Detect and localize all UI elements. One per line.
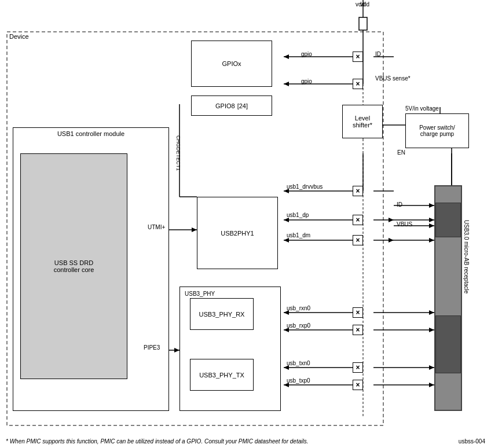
diagram: vdd Device USB1 controller module USB SS… bbox=[0, 0, 491, 448]
svg-marker-29 bbox=[284, 238, 289, 243]
txp0-cross-box: × bbox=[353, 380, 363, 390]
receptacle-label: USB3.0 micro-AB receptacle bbox=[463, 220, 470, 336]
rxp0-cross-box: × bbox=[353, 325, 363, 335]
svg-rect-2 bbox=[359, 17, 367, 30]
gpio8-num: [24] bbox=[237, 102, 248, 109]
footnote: * When PMIC supports this function, PMIC… bbox=[6, 438, 308, 445]
svg-marker-37 bbox=[429, 218, 434, 222]
usb1-module-label: USB1 controller module bbox=[57, 130, 124, 137]
power-switch-box: Power switch/ charge pump bbox=[405, 113, 469, 148]
svg-marker-47 bbox=[429, 328, 434, 332]
svg-marker-43 bbox=[429, 310, 434, 315]
usb1-dp-label: usb1_dp bbox=[287, 212, 309, 218]
usb3-phy-rx-box: USB3_PHY_RX bbox=[190, 298, 254, 330]
id-cross-box: × bbox=[353, 52, 363, 62]
svg-marker-33 bbox=[429, 203, 434, 208]
usb1-drvvbus-label: usb1_drvvbus bbox=[287, 183, 323, 190]
chgdetect1-label: CHGDETECT1 bbox=[175, 113, 181, 194]
usb3-phy-rx-label: USB3_PHY_RX bbox=[199, 311, 245, 318]
dm-cross-box: × bbox=[353, 235, 363, 245]
svg-marker-51 bbox=[429, 365, 434, 370]
svg-marker-9 bbox=[284, 82, 289, 86]
id-label-top: ID bbox=[375, 51, 381, 57]
svg-marker-27 bbox=[389, 218, 394, 222]
usb2phy1-label: USB2PHY1 bbox=[221, 230, 254, 237]
usb-rxp0-label: usb_rxp0 bbox=[287, 322, 310, 329]
svg-marker-55 bbox=[429, 383, 434, 387]
vbus-label-right: VBUS bbox=[397, 221, 412, 227]
svg-marker-39 bbox=[429, 238, 434, 243]
gpiox-label: GPIOx bbox=[222, 60, 241, 67]
usb-rxn0-label: usb_rxn0 bbox=[287, 305, 310, 311]
gpio-label-1: gpio bbox=[301, 51, 312, 57]
usb-txp0-label: usb_txp0 bbox=[287, 377, 310, 384]
drvvbus-cross-box: × bbox=[353, 186, 363, 196]
connector-bottom-port bbox=[435, 315, 461, 373]
connector-top-port bbox=[435, 203, 461, 237]
level-shifter-box: Level shifter* bbox=[342, 105, 383, 138]
pipe3-label: PIPE3 bbox=[144, 344, 160, 351]
gpio8-box: GPIO8 [24] bbox=[191, 96, 272, 116]
diagram-id: usbss-004 bbox=[459, 438, 485, 445]
usb-ss-drd-label: USB SS DRD controller core bbox=[54, 259, 94, 273]
usb3-phy-tx-label: USB3_PHY_TX bbox=[199, 372, 244, 379]
id-label-right: ID bbox=[397, 201, 402, 208]
en-label: EN bbox=[397, 149, 405, 156]
svg-marker-58 bbox=[192, 227, 197, 232]
vbus-cross-box: × bbox=[353, 79, 363, 89]
rxn0-cross-box: × bbox=[353, 307, 363, 318]
svg-marker-35 bbox=[429, 223, 434, 228]
vdd-label-top: vdd bbox=[356, 1, 365, 8]
svg-marker-25 bbox=[284, 218, 289, 222]
device-label: Device bbox=[9, 33, 29, 40]
utmi-label: UTMI+ bbox=[148, 224, 165, 230]
usb3-phy-label: USB3_PHY bbox=[185, 291, 215, 297]
svg-marker-31 bbox=[389, 238, 394, 243]
usb-txn0-label: usb_txn0 bbox=[287, 360, 310, 366]
usb2phy1-box: USB2PHY1 bbox=[197, 197, 278, 269]
txn0-cross-box: × bbox=[353, 362, 363, 373]
level-shifter-label: Level shifter* bbox=[353, 115, 372, 128]
svg-marker-61 bbox=[174, 348, 179, 352]
gpio8-label: GPIO8 bbox=[215, 102, 235, 109]
gpio-label-2: gpio bbox=[301, 78, 312, 85]
power-switch-label: Power switch/ charge pump bbox=[419, 124, 455, 137]
vbus-sense-label: VBUS sense* bbox=[375, 75, 411, 82]
usb3-phy-tx-box: USB3_PHY_TX bbox=[190, 359, 254, 391]
gpiox-box: GPIOx bbox=[191, 41, 272, 87]
dp-cross-box: × bbox=[353, 215, 363, 225]
svg-marker-6 bbox=[284, 54, 289, 59]
usb-ss-drd-box: USB SS DRD controller core bbox=[20, 153, 127, 379]
5v-label: 5V/in voltage bbox=[405, 105, 439, 112]
usb1-dm-label: usb1_dm bbox=[287, 232, 310, 238]
